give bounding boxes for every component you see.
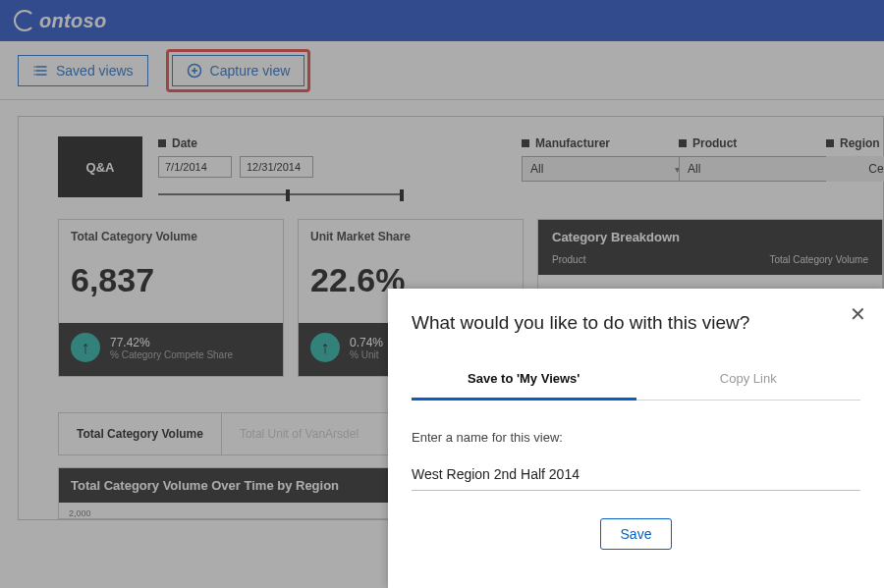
modal-tabs: Save to 'My Views' Copy Link [412, 361, 860, 401]
view-name-label: Enter a name for this view: [412, 430, 860, 445]
close-icon: ✕ [850, 303, 866, 325]
save-button[interactable]: Save [600, 518, 673, 550]
tab-copy-link[interactable]: Copy Link [636, 361, 861, 400]
close-button[interactable]: ✕ [850, 302, 866, 326]
tab-save-my-views[interactable]: Save to 'My Views' [412, 361, 636, 401]
view-name-input[interactable] [412, 462, 860, 491]
capture-view-modal: ✕ What would you like to do with this vi… [388, 289, 884, 588]
modal-heading: What would you like to do with this view… [412, 312, 860, 334]
